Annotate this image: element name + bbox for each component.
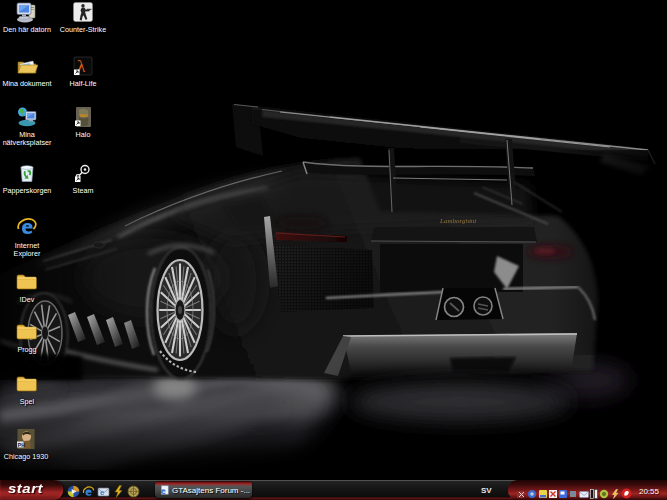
svg-text:Lamborghini: Lamborghini [439,217,476,225]
svg-text:e: e [100,488,105,497]
svg-text:PH: PH [18,442,26,448]
